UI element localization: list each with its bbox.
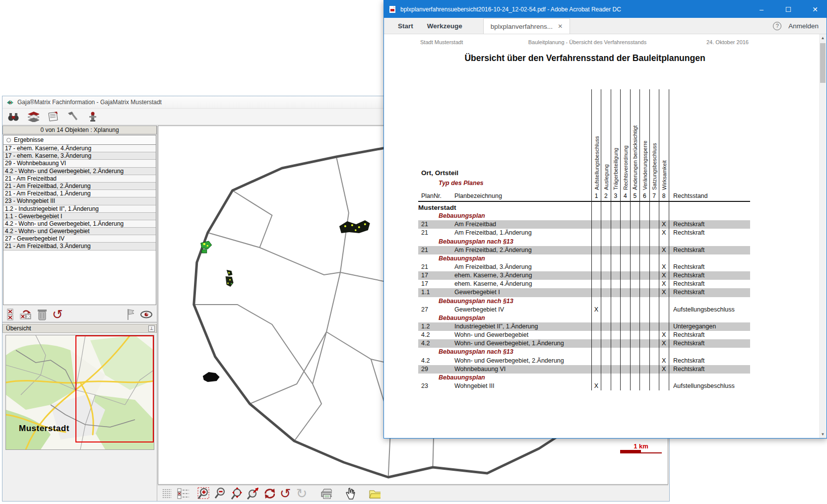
- result-item[interactable]: 27 - Gewerbegebiet IV: [3, 235, 156, 243]
- clear-selection-icon[interactable]: [6, 308, 14, 321]
- plan-number: 21: [421, 263, 428, 271]
- result-item[interactable]: 1.1 - Gewerbegebiet I: [3, 213, 156, 220]
- scroll-thumb[interactable]: [820, 43, 826, 83]
- trash-icon[interactable]: [37, 308, 47, 321]
- gaja-logo-icon: [6, 99, 14, 106]
- column-line: [591, 89, 592, 390]
- plan-name: Wohnbebauung VI: [454, 365, 506, 374]
- refresh-icon[interactable]: [263, 488, 275, 500]
- scroll-down-icon[interactable]: ▼: [819, 431, 827, 438]
- result-item[interactable]: 29 - Wohnbebauung VI: [3, 160, 156, 167]
- phase-mark: X: [659, 339, 669, 348]
- phase-column-header: Satzungsbeschluss: [650, 88, 659, 190]
- phase-mark: X: [659, 246, 669, 254]
- plan-number: 27: [421, 306, 428, 314]
- result-item[interactable]: 4.2 - Wohn- und Gewerbegebiet, 1.Änderun…: [3, 220, 156, 228]
- report-icon[interactable]: [47, 111, 59, 123]
- phase-column-number: 5: [630, 192, 640, 200]
- col-header-plannr: PlanNr.: [421, 192, 442, 200]
- table-group-row: Bebauungsplan: [439, 314, 485, 322]
- phase-mark: X: [659, 220, 669, 229]
- results-group-header[interactable]: Ergebnisse: [3, 135, 156, 145]
- result-item[interactable]: 1.2 - Industriegebiet II", 1.Änderung: [3, 205, 156, 213]
- result-item[interactable]: 21 - Am Freizeitbad: [3, 175, 156, 183]
- uebersicht-label: Übersicht: [6, 324, 31, 332]
- phase-column-number: 8: [659, 192, 669, 200]
- pan-zoom-icon[interactable]: [247, 488, 258, 500]
- overview-city-label: Musterstadt: [19, 424, 69, 434]
- folder-icon[interactable]: [369, 488, 381, 500]
- flag-icon[interactable]: [126, 308, 135, 321]
- pdf-table: Ort, Ortsteil Typ des Planes PlanNr. Pla…: [384, 34, 820, 438]
- rechtsstand-value: Rechtskraft: [673, 339, 704, 348]
- pdf-scrollbar[interactable]: ▲ ▼: [819, 34, 827, 438]
- acrobat-window: bplxplanverfahrensuebersicht2016-10-24_1…: [383, 0, 827, 439]
- result-item[interactable]: 23 - Wohngebiet III: [3, 197, 156, 205]
- minimize-button[interactable]: –: [750, 0, 773, 18]
- plan-number: 4.2: [421, 339, 430, 348]
- plan-number: 21: [421, 229, 428, 237]
- result-item[interactable]: 21 - Am Freizeitbad, 1.Änderung: [3, 190, 156, 197]
- tab-document[interactable]: bplxplanverfahrens... ✕: [483, 18, 570, 34]
- maximize-button[interactable]: ☐: [777, 0, 800, 18]
- layers-icon[interactable]: [27, 111, 39, 123]
- result-item[interactable]: 4.2 - Wohn- und Gewerbegebiet: [3, 228, 156, 235]
- plan-name: Gewerbegebiet IV: [454, 306, 504, 314]
- plan-name: Am Freizeitbad: [454, 220, 496, 229]
- rechtsstand-value: Rechtskraft: [673, 271, 704, 280]
- results-list: 17 - ehem. Kaserne, 4.Änderung17 - ehem.…: [3, 145, 156, 251]
- rechtsstand-value: Rechtskraft: [673, 229, 704, 237]
- tab-close-icon[interactable]: ✕: [558, 23, 563, 30]
- acrobat-window-title: bplxplanverfahrensuebersicht2016-10-24_1…: [400, 6, 746, 13]
- tab-werkzeuge[interactable]: Werkzeuge: [420, 18, 469, 34]
- phase-mark: X: [659, 331, 669, 339]
- result-item[interactable]: 17 - ehem. Kaserne, 4.Änderung: [3, 145, 156, 152]
- plan-number: 1.2: [421, 322, 430, 331]
- hydrant-icon[interactable]: [87, 111, 99, 123]
- phase-mark: X: [659, 357, 669, 365]
- rechtsstand-value: Aufstellungsbeschluss: [673, 306, 735, 314]
- result-item[interactable]: 21 - Am Freizeitbad, 2.Änderung: [3, 183, 156, 190]
- zoom-out-icon[interactable]: [214, 488, 226, 500]
- acrobat-tabbar: Start Werkzeuge bplxplanverfahrens... ✕ …: [384, 18, 827, 34]
- swap-selection-icon[interactable]: [19, 308, 32, 321]
- tab-start[interactable]: Start: [391, 18, 420, 34]
- pin-icon[interactable]: ⊥: [148, 325, 155, 332]
- overview-map[interactable]: Musterstadt: [5, 335, 154, 450]
- overview-viewport-rect[interactable]: [75, 335, 154, 442]
- result-item[interactable]: 17 - ehem. Kaserne, 3.Änderung: [3, 152, 156, 160]
- hammer-tool-icon[interactable]: [67, 111, 79, 123]
- help-icon[interactable]: ?: [773, 22, 781, 30]
- result-item[interactable]: 4.2 - Wohn- und Gewerbegebiet, 2.Änderun…: [3, 168, 156, 175]
- phase-mark: X: [659, 263, 669, 271]
- map-scalebar: 1 km: [620, 442, 662, 453]
- plan-number: 29: [421, 365, 428, 374]
- hand-pointer-icon[interactable]: [344, 488, 356, 500]
- dotted-pattern-icon[interactable]: [161, 488, 173, 500]
- phase-column-header: Wirksamkeit: [660, 88, 669, 190]
- gis-left-panel: 0 von 14 Objekten : Xplanung Ergebnisse …: [2, 126, 157, 501]
- plan-number: 21: [421, 246, 428, 254]
- reset-selection-icon[interactable]: ↺: [52, 309, 63, 320]
- scroll-up-icon[interactable]: ▲: [819, 34, 827, 42]
- binoculars-search-icon[interactable]: [7, 111, 19, 123]
- table-header-rule: [418, 201, 750, 202]
- zoom-extent-icon[interactable]: [230, 488, 242, 500]
- map-toolbar: ↺ ↻: [158, 485, 668, 501]
- col-header-rechtsstand: Rechtsstand: [673, 192, 707, 200]
- rechtsstand-value: Rechtskraft: [673, 280, 704, 288]
- uebersicht-panel-header[interactable]: Übersicht ⊥: [2, 324, 157, 333]
- phase-column-number: 4: [620, 192, 630, 200]
- phase-column-header: Veränderungssperre: [640, 88, 650, 190]
- result-item[interactable]: 21 - Am Freizeitbad, 3.Änderung: [3, 243, 156, 250]
- signin-button[interactable]: Anmelden: [788, 22, 819, 30]
- plan-number: 4.2: [421, 331, 430, 339]
- eye-visibility-icon[interactable]: [140, 310, 153, 319]
- close-button[interactable]: ✕: [804, 0, 827, 18]
- legend-icon[interactable]: [177, 488, 189, 500]
- zoom-in-icon[interactable]: [197, 488, 209, 500]
- undo-icon[interactable]: ↺: [279, 488, 291, 500]
- phase-column-header: Rechtsverordnung: [621, 88, 631, 190]
- print-icon[interactable]: [320, 488, 332, 500]
- plan-name: Am Freizeitbad, 3.Änderung: [454, 263, 532, 271]
